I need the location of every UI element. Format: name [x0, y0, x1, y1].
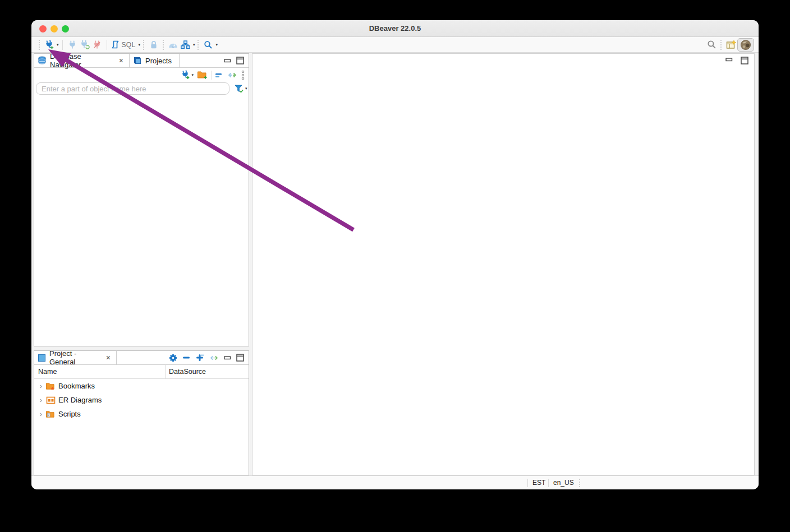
table-row-scripts[interactable]: › Scripts: [34, 407, 249, 421]
sql-editor-dropdown[interactable]: ▾: [138, 43, 140, 47]
dashboard-button[interactable]: [168, 39, 179, 51]
chevron-right-icon[interactable]: ›: [37, 382, 45, 390]
collapse-all-button[interactable]: [182, 354, 191, 361]
search-dropdown[interactable]: ▾: [215, 43, 218, 47]
tab-projects[interactable]: Projects: [130, 54, 180, 68]
separator: [527, 479, 528, 487]
scripts-folder-icon: [45, 410, 56, 419]
link-with-editor-button[interactable]: [209, 354, 219, 362]
view-menu-button[interactable]: [241, 70, 245, 80]
project-panel-controls: [169, 354, 249, 362]
editor-area[interactable]: [252, 53, 755, 475]
close-icon[interactable]: ×: [118, 57, 125, 64]
sql-label: SQL: [122, 41, 136, 49]
link-with-editor-button[interactable]: [227, 71, 237, 79]
minimize-panel-icon[interactable]: [224, 355, 231, 360]
search-button[interactable]: [203, 39, 214, 51]
row-label: Bookmarks: [58, 382, 95, 390]
editor-controls: [725, 57, 748, 64]
database-icon: [38, 56, 47, 65]
toolbar-separator: [107, 40, 107, 50]
filter-settings-button[interactable]: ▾: [234, 84, 247, 94]
sql-script-icon: [111, 40, 120, 49]
row-label: Scripts: [58, 410, 81, 418]
open-perspective-button[interactable]: [725, 39, 737, 51]
maximize-panel-icon[interactable]: [236, 354, 244, 362]
navigator-tree[interactable]: [34, 96, 249, 346]
open-sql-editor-button[interactable]: SQL: [111, 39, 137, 51]
plug-disconnect-icon: [93, 40, 102, 49]
project-tabbar: Project - General ×: [34, 351, 249, 365]
close-icon[interactable]: ×: [105, 354, 112, 362]
reconnect-button[interactable]: [79, 39, 90, 51]
er-diagrams-icon: [45, 396, 56, 405]
status-drag-handle: [579, 479, 581, 487]
project-table-header[interactable]: Name DataSource: [34, 365, 249, 379]
toolbar-drag-handle: [39, 40, 40, 50]
chevron-right-icon[interactable]: ›: [37, 410, 45, 418]
transaction-dropdown[interactable]: ▾: [193, 43, 195, 47]
separator: [211, 71, 212, 80]
network-diagram-icon: [181, 40, 190, 49]
toolbar-separator-dotted: [720, 40, 722, 50]
maximize-panel-icon[interactable]: [236, 57, 244, 64]
row-label: ER Diagrams: [58, 396, 102, 404]
tab-label: Projects: [145, 57, 172, 65]
gauge-icon: [168, 40, 178, 49]
create-folder-button[interactable]: [197, 70, 208, 80]
security-manager-button[interactable]: [148, 39, 159, 51]
plug-plus-icon: [44, 40, 54, 50]
timezone-indicator[interactable]: EST: [532, 479, 545, 487]
new-connection-dropdown[interactable]: ▾: [57, 43, 59, 47]
table-row-er-diagrams[interactable]: › ER Diagrams: [34, 393, 249, 407]
plug-refresh-icon: [80, 40, 90, 49]
new-connection-small-button[interactable]: ▾: [181, 70, 194, 80]
toolbar-separator-dotted: [198, 40, 199, 50]
status-bar: EST en_US: [31, 475, 759, 489]
window-title: DBeaver 22.0.5: [31, 24, 759, 33]
minimize-panel-icon[interactable]: [224, 58, 231, 63]
dropdown-icon: ▾: [191, 73, 194, 77]
main-toolbar: ▾: [31, 37, 759, 53]
column-divider[interactable]: [165, 365, 166, 378]
object-search-input[interactable]: [36, 82, 229, 95]
tab-project-general[interactable]: Project - General ×: [34, 351, 117, 365]
column-header-datasource[interactable]: DataSource: [169, 368, 206, 376]
chevron-right-icon[interactable]: ›: [37, 396, 45, 404]
titlebar: DBeaver 22.0.5: [31, 20, 759, 37]
settings-gear-button[interactable]: [169, 354, 177, 362]
table-row-bookmarks[interactable]: › Bookmarks: [34, 379, 249, 393]
connect-button[interactable]: [67, 39, 78, 51]
database-navigator-panel: Database Navigator × Projects: [34, 53, 249, 346]
tab-database-navigator[interactable]: Database Navigator ×: [34, 54, 130, 68]
locale-indicator[interactable]: en_US: [553, 479, 574, 487]
minimize-panel-icon[interactable]: [725, 57, 733, 64]
toolbar-separator-dotted: [143, 40, 145, 50]
disconnect-button[interactable]: [91, 39, 103, 51]
lock-icon: [149, 40, 158, 49]
search-icon: [204, 40, 213, 49]
search-icon: [707, 40, 716, 49]
expand-all-button[interactable]: [196, 354, 204, 362]
navigator-panel-controls: [224, 57, 249, 64]
transaction-mode-button[interactable]: [180, 39, 191, 51]
perspective-icon: [726, 40, 737, 50]
collapse-all-button[interactable]: [215, 71, 224, 79]
new-database-connection-button[interactable]: [44, 39, 55, 51]
toolbar-separator-dotted: [163, 40, 164, 50]
project-general-panel: Project - General ×: [34, 350, 249, 475]
dbeaver-perspective-button[interactable]: [737, 38, 754, 52]
maximize-panel-icon[interactable]: [741, 57, 748, 64]
desktop: DBeaver 22.0.5 ▾: [0, 0, 790, 532]
project-icon: [38, 354, 46, 362]
quick-search-button[interactable]: [706, 39, 717, 51]
plug-icon: [68, 40, 77, 49]
bookmarks-folder-icon: [45, 382, 56, 391]
column-header-name[interactable]: Name: [38, 368, 57, 376]
navigator-search-row: ▾: [34, 81, 249, 96]
projects-icon: [133, 56, 142, 65]
beaver-avatar-icon: [740, 39, 751, 50]
project-table-body: › Bookmarks ›: [34, 379, 249, 475]
navigator-tabbar: Database Navigator × Projects: [34, 54, 249, 68]
tab-label: Project - General: [49, 349, 100, 366]
